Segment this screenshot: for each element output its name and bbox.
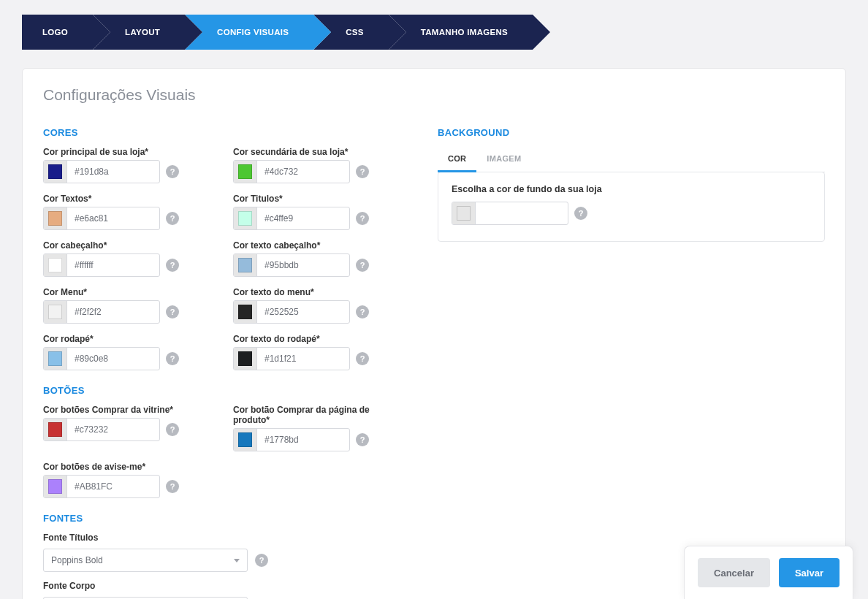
tab-cor[interactable]: COR <box>438 147 476 172</box>
color-text-input[interactable] <box>67 161 160 183</box>
field-label: Cor cabeçalho* <box>43 240 204 251</box>
color-swatch[interactable] <box>234 207 257 230</box>
help-icon[interactable]: ? <box>356 212 369 225</box>
color-input-principal[interactable] <box>43 160 160 183</box>
tab-imagem[interactable]: IMAGEM <box>476 147 531 172</box>
color-swatch[interactable] <box>234 300 257 324</box>
help-icon[interactable]: ? <box>166 352 179 365</box>
color-swatch[interactable] <box>44 418 67 441</box>
color-input-aviseme[interactable] <box>43 475 160 498</box>
help-icon[interactable]: ? <box>255 554 268 567</box>
color-text-input[interactable] <box>67 476 160 497</box>
help-icon[interactable]: ? <box>574 207 587 220</box>
help-icon[interactable]: ? <box>166 480 179 493</box>
field-label: Cor texto do rodapé* <box>233 334 394 344</box>
help-icon[interactable]: ? <box>356 305 369 318</box>
help-icon[interactable]: ? <box>166 165 179 178</box>
field-label: Cor Titulos* <box>233 194 394 204</box>
color-swatch[interactable] <box>44 475 67 498</box>
color-input-texto-cabecalho[interactable] <box>233 253 350 277</box>
section-cores: CORES <box>43 127 394 138</box>
color-swatch[interactable] <box>44 207 67 230</box>
color-swatch[interactable] <box>44 160 67 183</box>
color-text-input[interactable] <box>257 348 350 370</box>
save-button[interactable]: Salvar <box>779 558 840 587</box>
chevron-down-icon <box>234 559 240 562</box>
select-fonte-titulos[interactable]: Poppins Bold <box>43 549 248 572</box>
field-fonte-titulos: Fonte Títulos Poppins Bold ? <box>43 533 394 572</box>
help-icon[interactable]: ? <box>166 212 179 225</box>
color-text-input[interactable] <box>67 301 160 323</box>
color-input-cabecalho[interactable] <box>43 253 160 277</box>
background-tabs: COR IMAGEM <box>438 147 825 172</box>
color-input-comprar-produto[interactable] <box>233 428 350 451</box>
step-label: CONFIG VISUAIS <box>217 28 289 37</box>
field-cor-textos: Cor Textos* ? <box>43 194 204 230</box>
color-swatch[interactable] <box>234 428 257 451</box>
color-swatch[interactable] <box>452 202 476 225</box>
field-botao-aviseme: Cor botões de avise-me* ? <box>43 462 204 498</box>
help-icon[interactable]: ? <box>356 352 369 365</box>
color-text-input[interactable] <box>257 207 350 229</box>
field-botao-comprar-vitrine: Cor botões Comprar da vitrine* ? <box>43 405 204 451</box>
step-logo[interactable]: LOGO <box>22 15 93 50</box>
color-text-input[interactable] <box>257 301 350 323</box>
cancel-button[interactable]: Cancelar <box>698 558 770 587</box>
color-swatch[interactable] <box>234 253 257 277</box>
step-tamanho-imagens[interactable]: TAMANHO IMAGENS <box>389 15 533 50</box>
color-swatch[interactable] <box>44 300 67 324</box>
color-text-input[interactable] <box>257 254 350 276</box>
section-botoes: BOTÕES <box>43 385 394 396</box>
color-swatch[interactable] <box>234 347 257 370</box>
color-input-titulos[interactable] <box>233 207 350 230</box>
field-cor-cabecalho: Cor cabeçalho* ? <box>43 240 204 277</box>
field-cor-secundaria: Cor secundária de sua loja* ? <box>233 147 394 183</box>
color-input-rodape[interactable] <box>43 347 160 370</box>
color-input-texto-rodape[interactable] <box>233 347 350 370</box>
config-panel: Configurações Visuais CORES Cor principa… <box>22 68 846 599</box>
field-label: Cor botões Comprar da vitrine* <box>43 405 204 415</box>
color-input-comprar-vitrine[interactable] <box>43 418 160 441</box>
color-swatch[interactable] <box>44 347 67 370</box>
step-label: LAYOUT <box>125 28 160 37</box>
field-label: Fonte Títulos <box>43 533 394 543</box>
page-title: Configurações Visuais <box>43 86 825 104</box>
color-text-input[interactable] <box>476 202 568 224</box>
color-text-input[interactable] <box>257 429 350 451</box>
color-text-input[interactable] <box>67 254 160 276</box>
field-label: Cor texto do menu* <box>233 287 394 297</box>
color-text-input[interactable] <box>67 419 160 440</box>
field-cor-rodape: Cor rodapé* ? <box>43 334 204 370</box>
color-input-menu[interactable] <box>43 300 160 324</box>
step-label: CSS <box>346 28 364 37</box>
field-cor-texto-cabecalho: Cor texto cabeçalho* ? <box>233 240 394 277</box>
color-text-input[interactable] <box>67 207 160 229</box>
color-input-texto-menu[interactable] <box>233 300 350 324</box>
step-label: TAMANHO IMAGENS <box>421 28 508 37</box>
field-fonte-corpo: Fonte Corpo Poppins Regular ? <box>43 581 394 599</box>
field-cor-principal: Cor principal de sua loja* ? <box>43 147 204 183</box>
color-swatch[interactable] <box>234 160 257 183</box>
color-text-input[interactable] <box>67 348 160 370</box>
field-cor-titulos: Cor Titulos* ? <box>233 194 394 230</box>
color-input-secundaria[interactable] <box>233 160 350 183</box>
step-config-visuais[interactable]: CONFIG VISUAIS <box>185 15 313 50</box>
wizard-steps: LOGO LAYOUT CONFIG VISUAIS CSS TAMANHO I… <box>22 15 846 50</box>
background-instruction: Escolha a cor de fundo da sua loja <box>452 184 811 194</box>
field-label: Cor principal de sua loja* <box>43 147 204 157</box>
field-label: Cor Menu* <box>43 287 204 297</box>
section-fontes: FONTES <box>43 513 394 524</box>
help-icon[interactable]: ? <box>356 259 369 272</box>
help-icon[interactable]: ? <box>166 259 179 272</box>
color-input-background[interactable] <box>452 202 568 225</box>
color-input-textos[interactable] <box>43 207 160 230</box>
step-label: LOGO <box>42 28 68 37</box>
color-text-input[interactable] <box>257 161 350 183</box>
help-icon[interactable]: ? <box>166 305 179 318</box>
field-cor-texto-rodape: Cor texto do rodapé* ? <box>233 334 394 370</box>
color-swatch[interactable] <box>44 253 67 277</box>
help-icon[interactable]: ? <box>166 423 179 436</box>
help-icon[interactable]: ? <box>356 433 369 446</box>
field-cor-texto-menu: Cor texto do menu* ? <box>233 287 394 324</box>
help-icon[interactable]: ? <box>356 165 369 178</box>
